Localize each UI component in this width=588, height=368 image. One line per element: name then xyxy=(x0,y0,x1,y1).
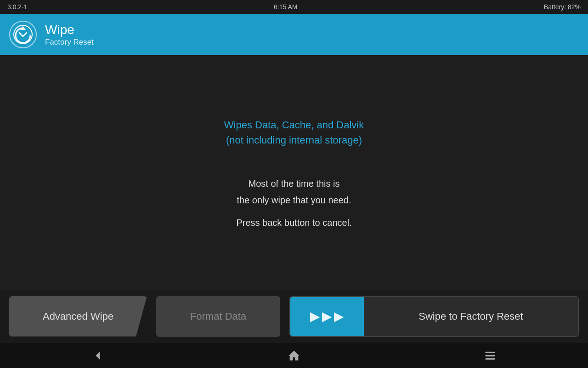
time-text: 6:15 AM xyxy=(274,3,297,11)
battery-text: Battery: 82% xyxy=(544,3,581,11)
header-title: Wipe xyxy=(45,22,94,38)
header-subtitle: Factory Reset xyxy=(45,38,94,47)
menu-button[interactable] xyxy=(472,346,509,365)
svg-rect-5 xyxy=(485,358,495,359)
advanced-wipe-button[interactable]: Advanced Wipe xyxy=(9,296,147,337)
home-button[interactable] xyxy=(276,346,312,365)
main-content: Wipes Data, Cache, and Dalvik (not inclu… xyxy=(0,55,588,290)
header-text: Wipe Factory Reset xyxy=(45,22,94,47)
format-data-button[interactable]: Format Data xyxy=(156,296,280,337)
info-line2: the only wipe that you need. xyxy=(237,195,351,205)
svg-rect-4 xyxy=(485,355,495,356)
description-text-2: (not including internal storage) xyxy=(226,132,362,148)
home-icon xyxy=(288,349,300,362)
swipe-factory-reset-button[interactable]: ▶ ▶ ▶ Swipe to Factory Reset xyxy=(289,296,579,337)
nav-bar xyxy=(0,343,588,368)
button-row: Advanced Wipe Format Data ▶ ▶ ▶ Swipe to… xyxy=(0,290,588,343)
info-line1: Most of the time this is xyxy=(249,178,340,189)
svg-rect-3 xyxy=(485,351,495,353)
description-text-1: Wipes Data, Cache, and Dalvik xyxy=(224,117,364,132)
version-text: 3.0.2-1 xyxy=(7,3,28,11)
swipe-label-text: Swipe to Factory Reset xyxy=(364,297,578,336)
menu-icon xyxy=(484,349,497,362)
cancel-text: Press back button to cancel. xyxy=(236,218,351,228)
swipe-arrows-indicator: ▶ ▶ ▶ xyxy=(290,297,364,336)
app-icon xyxy=(9,21,37,48)
svg-marker-2 xyxy=(96,351,100,360)
info-text: Most of the time this is the only wipe t… xyxy=(237,175,351,208)
back-icon xyxy=(91,349,104,362)
arrow-icon-2: ▶ xyxy=(322,309,332,324)
status-bar: 3.0.2-1 6:15 AM Battery: 82% xyxy=(0,0,588,14)
arrow-icon-1: ▶ xyxy=(310,309,320,324)
header: Wipe Factory Reset xyxy=(0,14,588,55)
arrow-icon-3: ▶ xyxy=(334,309,344,324)
back-button[interactable] xyxy=(79,346,116,365)
